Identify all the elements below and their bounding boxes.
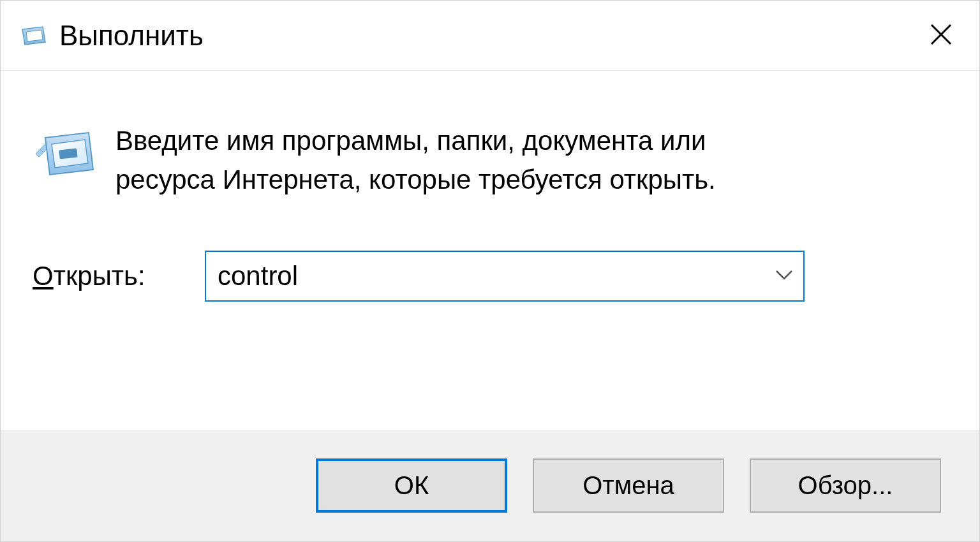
run-icon [33,125,96,182]
open-label: Открыть: [33,261,192,291]
browse-button[interactable]: Обзор... [750,458,941,513]
open-combobox[interactable] [205,251,805,302]
open-input[interactable] [205,251,805,302]
title-text: Выполнить [59,20,204,52]
close-icon [928,21,954,50]
description-row: Введите имя программы, папки, документа … [26,122,954,200]
dialog-footer: ОК Отмена Обзор... [1,430,979,541]
cancel-button[interactable]: Отмена [533,458,724,513]
ok-button[interactable]: ОК [316,458,507,513]
svg-rect-2 [59,149,77,159]
run-title-icon [20,24,48,47]
titlebar-left: Выполнить [20,20,204,52]
input-row: Открыть: [26,251,954,302]
run-dialog: Выполнить [0,0,980,542]
close-button[interactable] [925,20,957,52]
dialog-body: Введите имя программы, папки, документа … [1,71,979,430]
titlebar: Выполнить [1,1,979,71]
description-text: Введите имя программы, папки, документа … [115,122,805,200]
